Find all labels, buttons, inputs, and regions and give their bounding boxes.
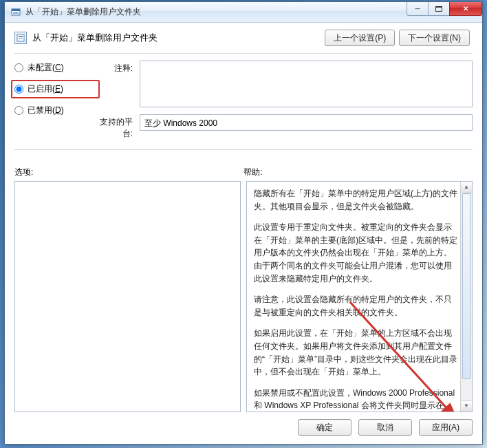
scrollbar[interactable]: ▲ ▼ xyxy=(460,182,472,412)
header-row: 从「开始」菜单删除用户文件夹 上一个设置(P) 下一个设置(N) xyxy=(14,30,473,46)
close-button[interactable]: ✕ xyxy=(449,2,482,16)
scroll-up-button[interactable]: ▲ xyxy=(461,182,472,193)
policy-title: 从「开始」菜单删除用户文件夹 xyxy=(32,32,158,44)
help-paragraph: 此设置专用于重定向文件夹。被重定向的文件夹会显示在「开始」菜单的主要(底部)区域… xyxy=(254,221,458,285)
svg-rect-1 xyxy=(12,9,20,11)
scroll-track[interactable] xyxy=(461,193,472,400)
radio-not-configured-input[interactable] xyxy=(14,63,23,72)
scroll-down-button[interactable]: ▼ xyxy=(461,400,472,412)
help-label: 帮助: xyxy=(244,167,473,178)
window-controls: ─ ✕ xyxy=(407,2,482,17)
footer: 确定 取消 应用(A) xyxy=(14,419,473,436)
divider xyxy=(14,53,473,54)
close-icon: ✕ xyxy=(463,5,468,12)
divider2 xyxy=(14,149,473,150)
maximize-icon xyxy=(435,6,442,12)
comment-input[interactable] xyxy=(140,61,473,107)
radio-enabled-input[interactable] xyxy=(14,85,23,94)
scroll-thumb[interactable] xyxy=(462,193,470,379)
ok-button[interactable]: 确定 xyxy=(298,419,351,436)
pane-labels: 选项: 帮助: xyxy=(14,167,473,178)
svg-rect-6 xyxy=(19,36,23,37)
titlebar[interactable]: 从「开始」菜单删除用户文件夹 ─ ✕ xyxy=(5,2,482,23)
help-paragraph: 如果启用此设置，在「开始」菜单的上方区域不会出现任何文件夹。如果用户将文件夹添加… xyxy=(254,327,458,378)
maximize-button[interactable] xyxy=(428,2,450,16)
state-radios: 未配置(C) 已启用(E) 已禁用(D) xyxy=(14,61,90,140)
help-paragraph: 隐藏所有在「开始」菜单中的特定用户区域(上方)的文件夹。其他项目会显示，但是文件… xyxy=(254,187,458,213)
radio-disabled-input[interactable] xyxy=(14,106,23,115)
platform-label: 支持的平台: xyxy=(90,114,140,140)
comment-label: 注释: xyxy=(90,61,140,107)
minimize-button[interactable]: ─ xyxy=(407,2,429,16)
next-setting-button[interactable]: 下一个设置(N) xyxy=(399,30,470,46)
window: 从「开始」菜单删除用户文件夹 ─ ✕ 从「开始」菜单删除用户文件夹 xyxy=(4,1,483,445)
radio-disabled[interactable]: 已禁用(D) xyxy=(14,105,90,116)
config-row: 未配置(C) 已启用(E) 已禁用(D) 注释: 支持的平台 xyxy=(14,61,473,140)
client-area: 从「开始」菜单删除用户文件夹 上一个设置(P) 下一个设置(N) 未配置(C) … xyxy=(5,23,482,444)
minimize-icon: ─ xyxy=(415,5,420,12)
policy-icon xyxy=(14,32,27,44)
radio-not-configured[interactable]: 未配置(C) xyxy=(14,62,90,74)
help-paragraph: 如果禁用或不配置此设置，Windows 2000 Professional 和 … xyxy=(254,387,458,412)
panes: 隐藏所有在「开始」菜单中的特定用户区域(上方)的文件夹。其他项目会显示，但是文件… xyxy=(14,181,473,412)
options-pane xyxy=(14,181,241,412)
prev-setting-button[interactable]: 上一个设置(P) xyxy=(325,30,395,46)
apply-button[interactable]: 应用(A) xyxy=(419,419,473,436)
radio-enabled[interactable]: 已启用(E) xyxy=(14,83,90,95)
window-title: 从「开始」菜单删除用户文件夹 xyxy=(25,6,141,18)
svg-rect-7 xyxy=(19,38,23,39)
help-paragraph: 请注意，此设置会隐藏所有的特定用户的文件夹，不只是与被重定向的文件夹相关联的文件… xyxy=(254,293,458,319)
options-label: 选项: xyxy=(14,167,244,178)
help-body: 隐藏所有在「开始」菜单中的特定用户区域(上方)的文件夹。其他项目会显示，但是文件… xyxy=(254,187,458,412)
help-pane: 隐藏所有在「开始」菜单中的特定用户区域(上方)的文件夹。其他项目会显示，但是文件… xyxy=(246,181,473,412)
supported-platform: 至少 Windows 2000 xyxy=(140,114,473,131)
svg-rect-2 xyxy=(13,12,19,14)
cancel-button[interactable]: 取消 xyxy=(358,419,412,436)
app-icon xyxy=(10,7,21,18)
options-body xyxy=(22,187,226,406)
